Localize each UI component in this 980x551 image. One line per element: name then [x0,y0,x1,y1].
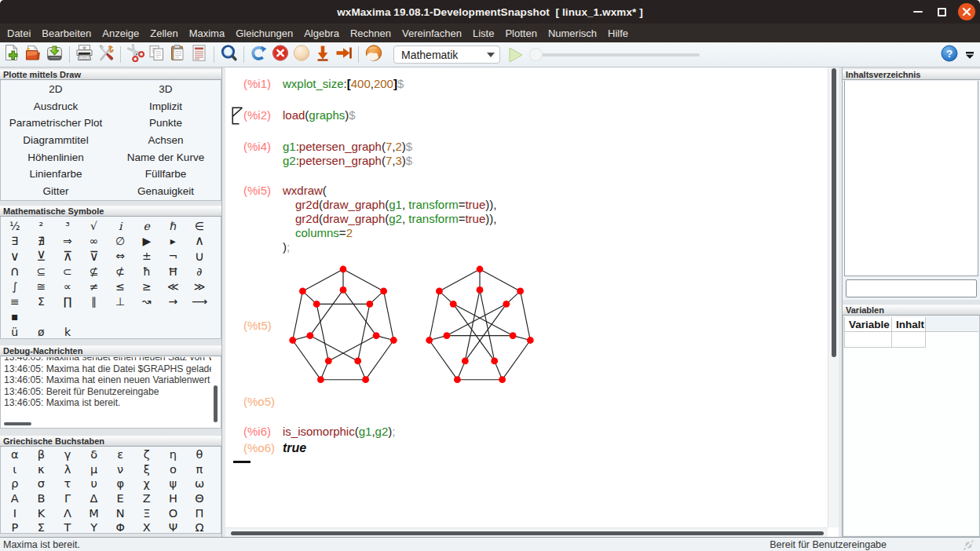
symbol-button[interactable]: ≪ [160,279,187,294]
greek-letter-button[interactable]: γ [54,447,81,462]
menu-rechnen[interactable]: Rechnen [345,24,397,42]
draw-button-linienfarbe[interactable]: Linienfarbe [1,166,111,183]
greek-letter-button[interactable]: ι [2,462,28,477]
plot-image[interactable] [265,265,535,386]
worksheet-cell-i1[interactable]: (%i1)wxplot_size:[400,200]$ [225,77,828,91]
menu-anzeige[interactable]: Anzeige [97,24,144,42]
cut-button[interactable] [126,45,146,65]
symbol-button[interactable]: ∞ [81,233,108,248]
draw-button-h-henlinien[interactable]: Höhenlinien [1,148,111,166]
symbol-button[interactable]: i [107,218,133,233]
cell-input-code[interactable]: g1:petersen_graph(7,2)$g2:petersen_graph… [283,140,412,168]
toc-filter-input[interactable] [846,279,977,297]
variable-value-cell[interactable] [892,332,926,348]
greek-letter-button[interactable]: φ [107,476,133,491]
cell-input-code[interactable]: load(graphs)$ [283,108,356,122]
greek-letter-button[interactable]: Ψ [160,520,187,534]
symbol-button[interactable]: ∏ [54,294,81,308]
scrollbar-thumb[interactable] [231,531,824,535]
symbol-button[interactable]: ⊥ [107,294,133,308]
symbol-button[interactable]: ü [2,324,28,339]
evaluate-rest-button[interactable] [334,45,354,65]
greek-letter-button[interactable]: τ [54,476,81,491]
greek-letter-button[interactable]: δ [81,447,108,462]
greek-letter-button[interactable]: Υ [81,520,108,534]
symbol-button[interactable]: ∃ [2,233,28,248]
symbol-button[interactable]: ⊼ [54,249,81,264]
symbol-button[interactable]: ≫ [186,279,213,294]
symbol-button[interactable]: ≠ [81,279,108,294]
menu-datei[interactable]: Datei [2,24,36,42]
symbol-button[interactable]: ▪ [2,309,28,324]
close-button[interactable] [958,3,975,20]
symbol-button[interactable]: ⇔ [107,249,133,264]
greek-letter-button[interactable]: Λ [54,505,81,520]
draw-button-implizit[interactable]: Implizit [111,98,221,115]
titlebar[interactable]: wxMaxima 19.08.1-DevelopmentSnapshot [ l… [0,0,980,24]
menu-maxima[interactable]: Maxima [184,24,231,42]
greek-letter-button[interactable]: υ [81,476,108,491]
greek-letter-button[interactable]: Σ [28,520,55,534]
menu-hilfe[interactable]: Hilfe [602,24,634,42]
draw-button-f-llfarbe[interactable]: Füllfarbe [111,166,221,183]
symbol-button[interactable]: ∈ [186,218,213,233]
scrollbar-thumb[interactable] [4,422,31,425]
worksheet-cell-o6[interactable]: (%o6)true [225,441,828,455]
symbol-button[interactable]: ≥ [133,279,160,294]
symbol-button[interactable]: ⊂ [54,264,81,279]
draw-button-punkte[interactable]: Punkte [111,115,221,132]
worksheet-cell-i2[interactable]: (%i2)load(graphs)$ [225,108,828,122]
symbol-button[interactable]: ⊆ [28,264,55,279]
draw-pane-caption[interactable]: Plotte mittels Draw [0,69,221,80]
draw-button-name-der-kurve[interactable]: Name der Kurve [111,148,221,166]
greek-letter-button[interactable]: Θ [186,491,213,506]
symbol-button[interactable]: ▶ [133,233,160,248]
greek-letter-button[interactable]: ε [107,447,133,462]
worksheet-cell-i4[interactable]: (%i4)g1:petersen_graph(7,2)$g2:petersen_… [225,140,828,168]
greek-letter-button[interactable]: ω [186,476,213,491]
variables-pane-caption[interactable]: Variablen [843,305,980,316]
draw-button-achsen[interactable]: Achsen [111,132,221,149]
greek-letter-button[interactable]: μ [81,462,108,477]
symbol-button[interactable]: ø [28,324,55,339]
worksheet-cursor[interactable] [233,461,250,463]
symbol-button[interactable]: ∧ [186,233,213,248]
symbol-button[interactable]: ↝ [133,294,160,308]
symbol-button[interactable]: e [133,218,160,233]
draw-button-diagrammtitel[interactable]: Diagrammtitel [1,132,111,149]
symbol-button[interactable]: ∝ [54,279,81,294]
draw-button-2d[interactable]: 2D [1,81,111,98]
worksheet-cell-[interactable]: (%t5) [225,265,828,386]
menu-gleichungen[interactable]: Gleichungen [230,24,298,42]
symbol-button[interactable]: ≡ [2,294,28,308]
symbol-button[interactable]: √ [81,218,108,233]
draw-button-3d[interactable]: 3D [111,81,221,98]
greek-letter-button[interactable]: λ [54,462,81,477]
debug-vertical-scrollbar[interactable] [211,357,219,419]
greek-letter-button[interactable]: ψ [160,476,187,491]
draw-button-genauigkeit[interactable]: Genauigkeit [111,183,221,200]
symbol-button[interactable]: Σ [28,294,55,308]
symbol-button[interactable]: ⊻ [28,249,55,264]
symbol-button[interactable]: ³ [54,218,81,233]
symbol-button[interactable]: ∄ [28,233,55,248]
menu-liste[interactable]: Liste [467,24,499,42]
toolbar-overflow-button[interactable] [966,52,974,59]
symbol-button[interactable]: ≤ [107,279,133,294]
greek-letter-button[interactable]: Κ [28,505,55,520]
symbol-button[interactable]: Ħ [160,264,187,279]
open-button[interactable] [24,45,44,65]
toc-pane-caption[interactable]: Inhaltsverzeichnis [843,69,980,80]
symbol-button[interactable]: ⇒ [54,233,81,248]
greek-letter-button[interactable]: η [160,447,187,462]
draw-button-ausdruck[interactable]: Ausdruck [1,98,111,115]
symbol-button[interactable]: ∨ [2,249,28,264]
greek-letter-button[interactable]: ζ [133,447,160,462]
menu-zellen[interactable]: Zellen [144,24,183,42]
greek-letter-button[interactable]: π [186,462,213,477]
greek-letter-button[interactable]: Μ [81,505,108,520]
greek-letter-button[interactable]: ξ [133,462,160,477]
debug-pane-caption[interactable]: Debug-Nachrichten [0,345,221,356]
worksheet-cell-o5[interactable]: (%o5) [225,395,828,409]
menu-vereinfachen[interactable]: Vereinfachen [397,24,467,42]
